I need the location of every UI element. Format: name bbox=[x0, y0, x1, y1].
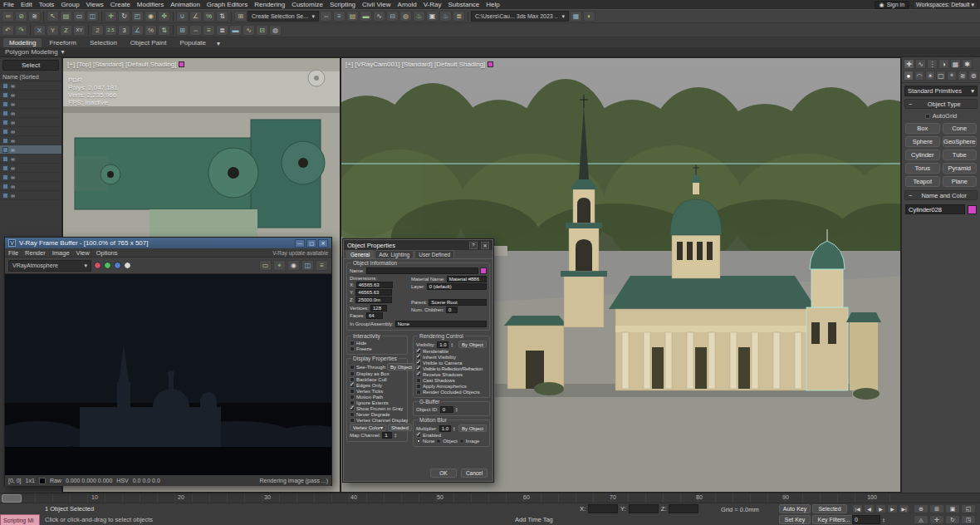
render-last-icon[interactable]: ◐ bbox=[583, 11, 595, 22]
eye-icon[interactable]: ∞ bbox=[11, 101, 15, 107]
menu-group[interactable]: Group bbox=[57, 1, 82, 8]
polygon-modeling-panel[interactable]: Polygon Modeling bbox=[5, 48, 58, 56]
see-through-checkbox[interactable] bbox=[350, 365, 355, 370]
spinner-snap-toggle-icon[interactable]: ⇅ bbox=[158, 25, 170, 36]
ribbon-tab-modeling[interactable]: Modeling bbox=[3, 38, 42, 47]
motion-blur-object-radio[interactable] bbox=[436, 439, 441, 444]
menu-help[interactable]: Help bbox=[483, 1, 502, 8]
tube-button[interactable]: Tube bbox=[943, 150, 978, 160]
helpers-icon[interactable]: ⌖ bbox=[947, 71, 957, 81]
menu-customize[interactable]: Customize bbox=[288, 1, 326, 8]
box-button[interactable]: Box bbox=[905, 123, 940, 134]
angle-snap-icon[interactable]: ∠ bbox=[189, 11, 202, 22]
menu-edit[interactable]: Edit bbox=[17, 1, 36, 8]
explorer-name-column-header[interactable]: Name (Sorted bbox=[0, 73, 61, 81]
redo-icon[interactable]: ↷ bbox=[15, 25, 27, 36]
alpha-channel-icon[interactable] bbox=[124, 262, 131, 269]
motion-blur-enabled-checkbox[interactable] bbox=[416, 433, 421, 438]
track-view-icon[interactable]: ∿ bbox=[243, 25, 255, 36]
layer-manager-icon[interactable]: ≣ bbox=[216, 25, 228, 36]
explorer-row[interactable]: ∞ bbox=[0, 91, 61, 100]
render-production-icon[interactable]: ♨ bbox=[439, 11, 452, 22]
named-sets-icon[interactable]: ⊞ bbox=[176, 25, 189, 36]
show-frozen-gray-checkbox[interactable] bbox=[350, 406, 355, 411]
autogrid-checkbox[interactable] bbox=[925, 114, 930, 119]
go-to-end-icon[interactable]: ▶| bbox=[899, 504, 909, 513]
ribbon-tab-object-paint[interactable]: Object Paint bbox=[125, 38, 173, 47]
minimize-icon[interactable]: — bbox=[295, 239, 305, 248]
material-icon[interactable]: ◍ bbox=[269, 25, 282, 36]
render-element-dropdown[interactable]: VRayAtmosphere ▾ bbox=[8, 260, 91, 272]
spinner-arrows-icon[interactable]: ▲▼ bbox=[453, 426, 456, 431]
select-and-scale-icon[interactable]: ◰ bbox=[131, 11, 144, 22]
spinner-arrows-icon[interactable]: ▲▼ bbox=[455, 407, 458, 412]
unlink-selection-icon[interactable]: ⊘ bbox=[15, 11, 27, 22]
shapes-icon[interactable]: ◠ bbox=[914, 71, 924, 81]
explorer-row[interactable]: ∞ bbox=[0, 109, 61, 118]
align-icon[interactable]: ≡ bbox=[333, 11, 345, 22]
zoom-extents-icon[interactable]: ▣ bbox=[945, 504, 960, 513]
spinner-arrows-icon[interactable]: ▲▼ bbox=[882, 518, 885, 523]
align-tool-icon[interactable]: ≡ bbox=[203, 25, 215, 36]
use-pivot-icon[interactable]: ◉ bbox=[145, 11, 157, 22]
y-coordinate-field[interactable] bbox=[629, 504, 659, 513]
eye-icon[interactable]: ∞ bbox=[11, 92, 15, 98]
rectangular-selection-icon[interactable]: ▭ bbox=[73, 11, 86, 22]
cameras-icon[interactable]: ▢ bbox=[936, 71, 946, 81]
stamp-icon[interactable]: ≡ bbox=[316, 260, 328, 271]
motion-path-checkbox[interactable] bbox=[350, 395, 355, 400]
close-icon[interactable]: ✕ bbox=[318, 239, 328, 248]
vfb-render-image[interactable] bbox=[5, 274, 331, 475]
set-key-button[interactable]: Set Key bbox=[779, 515, 811, 524]
hsv-label[interactable]: HSV bbox=[116, 478, 128, 483]
cast-shadows-checkbox[interactable] bbox=[416, 378, 421, 383]
schematic-view-icon[interactable]: ⊟ bbox=[386, 11, 399, 22]
scene-explorer-icon[interactable]: ≣ bbox=[453, 11, 465, 22]
explorer-row[interactable]: ∞ bbox=[0, 100, 61, 109]
explorer-row[interactable]: ∞ bbox=[0, 118, 61, 127]
help-icon[interactable]: ? bbox=[469, 242, 478, 249]
menu-graph-editors[interactable]: Graph Editors bbox=[203, 1, 251, 8]
vray-update-note[interactable]: V-Ray update available bbox=[272, 250, 331, 256]
pan-icon[interactable]: ✛ bbox=[929, 515, 944, 524]
geosphere-button[interactable]: GeoSphere bbox=[943, 136, 978, 147]
render-occluded-checkbox[interactable] bbox=[416, 390, 421, 395]
track-mouse-icon[interactable]: ⌖ bbox=[273, 260, 286, 271]
ribbon-tab-freeform[interactable]: Freeform bbox=[43, 38, 81, 47]
eye-icon[interactable]: ∞ bbox=[11, 120, 15, 125]
vertex-ticks-checkbox[interactable] bbox=[350, 389, 355, 394]
blue-channel-icon[interactable] bbox=[114, 262, 121, 269]
zoom-all-icon[interactable]: ⊞ bbox=[929, 504, 944, 513]
display-tab-icon[interactable]: ▦ bbox=[950, 59, 961, 69]
maximize-icon[interactable]: ▢ bbox=[306, 239, 316, 248]
wire-color-swatch[interactable] bbox=[480, 267, 487, 274]
restrict-x-icon[interactable]: X bbox=[33, 25, 46, 36]
display-by-object-button[interactable]: By Object bbox=[387, 363, 415, 370]
edit-selection-sets-icon[interactable]: ⊞ bbox=[234, 11, 247, 22]
snap-2d-icon[interactable]: 2 bbox=[91, 25, 104, 36]
eye-icon[interactable]: ∞ bbox=[11, 184, 15, 189]
motion-blur-image-radio[interactable] bbox=[459, 439, 464, 444]
explorer-row[interactable]: ∞ bbox=[0, 182, 61, 191]
explorer-row[interactable]: ∞ bbox=[0, 136, 61, 145]
explorer-select-button[interactable]: Select bbox=[2, 60, 59, 71]
snaps-toggle-icon[interactable]: ∪ bbox=[176, 11, 189, 22]
visibility-field[interactable]: 1.0 bbox=[437, 341, 448, 348]
asset-library-icon[interactable]: ▦ bbox=[570, 11, 582, 22]
object-name-field[interactable]: Cylinder028 bbox=[905, 204, 965, 214]
menu-civil-view[interactable]: Civil View bbox=[359, 1, 394, 8]
ok-button[interactable]: OK bbox=[430, 469, 457, 478]
motion-tab-icon[interactable]: ◑ bbox=[938, 59, 949, 69]
graphite-toggle-icon[interactable]: ▬ bbox=[229, 25, 242, 36]
display-as-box-checkbox[interactable] bbox=[350, 371, 355, 376]
raw-values-label[interactable]: Raw bbox=[50, 478, 61, 483]
eye-icon[interactable]: ∞ bbox=[11, 83, 15, 89]
spinner-arrows-icon[interactable]: ▲▼ bbox=[394, 433, 397, 438]
snap-3d-icon[interactable]: 3 bbox=[118, 25, 130, 36]
key-filters-button[interactable]: Key Filters... bbox=[812, 515, 855, 524]
restrict-y-icon[interactable]: Y bbox=[47, 25, 59, 36]
mirror-icon[interactable]: ⇔ bbox=[320, 11, 332, 22]
explorer-row[interactable]: ∞ bbox=[0, 127, 61, 136]
primitive-category-dropdown[interactable]: Standard Primitives ▾ bbox=[904, 86, 978, 96]
menu-vray[interactable]: V-Ray bbox=[420, 1, 445, 8]
